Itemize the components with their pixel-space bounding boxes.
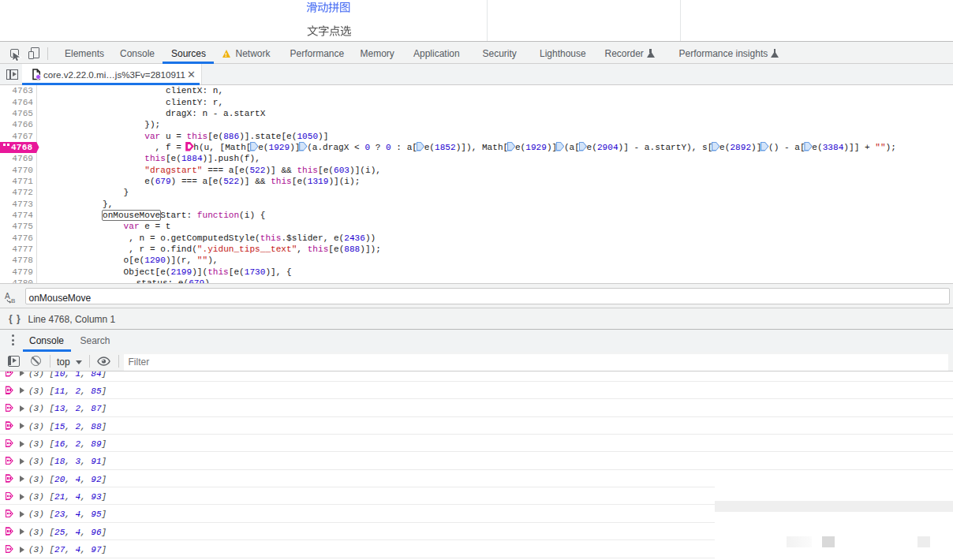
svg-text:B: B xyxy=(11,297,15,304)
svg-text:A: A xyxy=(5,292,10,301)
